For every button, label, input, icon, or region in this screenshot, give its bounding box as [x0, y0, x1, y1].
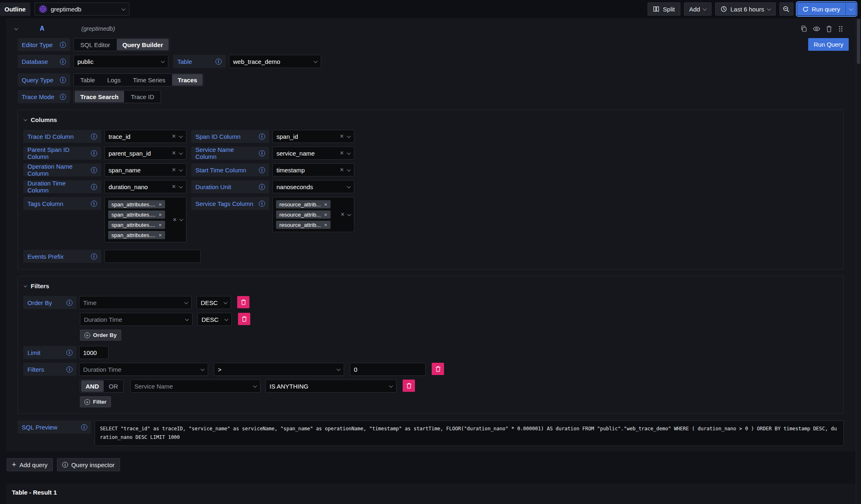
outline-tab[interactable]: Outline	[0, 2, 30, 16]
split-button[interactable]: Split	[648, 2, 680, 16]
filter-operator-select[interactable]: >	[214, 363, 344, 376]
info-icon[interactable]: i	[60, 94, 66, 100]
editor-type-sql-editor[interactable]: SQL Editor	[75, 39, 116, 50]
tag-chip[interactable]: span_attributes....×	[108, 231, 165, 239]
info-icon[interactable]: i	[60, 77, 66, 83]
zoom-out-time-button[interactable]	[779, 2, 793, 16]
remove-order-by-button-2[interactable]	[238, 313, 250, 325]
remove-chip-icon[interactable]: ×	[159, 233, 162, 238]
query-type-time-series[interactable]: Time Series	[127, 74, 171, 86]
order-by-field-select[interactable]: Time	[79, 296, 192, 309]
clear-all-icon[interactable]: ×	[173, 216, 177, 224]
query-inspector-button[interactable]: i Query inspector	[57, 458, 120, 471]
remove-chip-icon[interactable]: ×	[324, 212, 327, 217]
clear-icon[interactable]: ×	[172, 183, 176, 190]
info-icon[interactable]: i	[91, 201, 97, 207]
filter-operator-select-2[interactable]: IS ANYTHING	[265, 380, 397, 393]
remove-chip-icon[interactable]: ×	[324, 202, 327, 207]
info-icon[interactable]: i	[259, 133, 265, 140]
service-tags-column-multiselect[interactable]: resource_attrib...× resource_attrib...× …	[272, 197, 354, 232]
info-icon[interactable]: i	[259, 184, 265, 190]
drag-handle-icon[interactable]	[838, 25, 844, 32]
add-query-button[interactable]: + Add query	[7, 458, 53, 471]
remove-chip-icon[interactable]: ×	[159, 202, 162, 207]
clear-icon[interactable]: ×	[172, 167, 176, 173]
remove-order-by-button[interactable]	[237, 296, 249, 308]
add-order-by-button[interactable]: + Order By	[80, 330, 121, 341]
editor-run-query-button[interactable]: Run Query	[808, 38, 849, 51]
parent-span-id-column-select[interactable]: parent_span_id ×	[104, 147, 186, 160]
info-icon[interactable]: i	[66, 366, 73, 373]
service-name-column-select[interactable]: service_name ×	[272, 147, 354, 160]
limit-input[interactable]: 1000	[79, 346, 109, 359]
operation-name-column-select[interactable]: span_name ×	[104, 163, 186, 176]
service-tag-chip[interactable]: resource_attrib...×	[276, 200, 331, 208]
run-query-button[interactable]: Run query	[797, 2, 845, 16]
info-icon[interactable]: i	[91, 133, 97, 140]
run-query-dropdown[interactable]	[845, 2, 856, 16]
collapse-query-icon[interactable]	[14, 26, 18, 30]
page-scrollbar[interactable]	[856, 18, 861, 504]
info-icon[interactable]: i	[66, 350, 73, 356]
remove-filter-button[interactable]	[432, 363, 444, 375]
trace-mode-trace-search[interactable]: Trace Search	[75, 91, 124, 102]
add-filter-button[interactable]: + Filter	[80, 396, 111, 407]
table-select[interactable]: web_trace_demo	[229, 55, 321, 68]
datasource-picker[interactable]: greptimedb	[34, 2, 129, 16]
clear-icon[interactable]: ×	[172, 150, 176, 156]
duration-unit-select[interactable]: nanoseconds	[272, 180, 354, 193]
order-by-direction-select[interactable]: DESC	[197, 296, 231, 309]
info-icon[interactable]: i	[60, 59, 66, 65]
tag-chip[interactable]: span_attributes....×	[108, 221, 165, 229]
remove-chip-icon[interactable]: ×	[159, 222, 162, 228]
duplicate-query-icon[interactable]	[800, 25, 807, 32]
trace-id-column-select[interactable]: trace_id ×	[104, 130, 186, 143]
remove-chip-icon[interactable]: ×	[324, 222, 327, 228]
remove-chip-icon[interactable]: ×	[159, 212, 162, 217]
start-time-column-select[interactable]: timestamp ×	[272, 163, 354, 176]
filter-condition-and[interactable]: AND	[81, 380, 104, 392]
info-icon[interactable]: i	[81, 424, 87, 430]
clear-icon[interactable]: ×	[340, 150, 344, 156]
clear-icon[interactable]: ×	[340, 167, 344, 173]
add-button[interactable]: Add	[684, 2, 712, 16]
tag-chip[interactable]: span_attributes....×	[108, 200, 165, 208]
remove-filter-button-2[interactable]	[403, 380, 415, 392]
database-select[interactable]: public	[73, 55, 168, 68]
query-type-traces[interactable]: Traces	[172, 74, 203, 86]
info-icon[interactable]: i	[60, 42, 66, 48]
duration-time-column-select[interactable]: duration_nano ×	[104, 180, 186, 193]
info-icon[interactable]: i	[66, 300, 73, 306]
info-icon[interactable]: i	[215, 59, 222, 65]
filters-section-header[interactable]: Filters	[24, 283, 838, 289]
query-type-table[interactable]: Table	[75, 74, 101, 86]
filter-condition-or[interactable]: OR	[104, 380, 123, 392]
editor-type-query-builder[interactable]: Query Builder	[117, 39, 169, 50]
clear-all-icon[interactable]: ×	[341, 211, 344, 218]
tag-chip[interactable]: span_attributes....×	[108, 210, 165, 219]
events-prefix-input[interactable]	[104, 250, 201, 263]
trace-mode-trace-id[interactable]: Trace ID	[125, 91, 160, 102]
query-type-logs[interactable]: Logs	[102, 74, 127, 86]
filter-field-select[interactable]: Duration Time	[79, 363, 208, 376]
order-by-field-select-2[interactable]: Duration Time	[80, 313, 193, 326]
info-icon[interactable]: i	[91, 184, 97, 190]
order-by-direction-select-2[interactable]: DESC	[197, 313, 232, 326]
columns-section-header[interactable]: Columns	[24, 116, 838, 123]
delete-query-icon[interactable]	[826, 25, 832, 32]
filter-field-select-2[interactable]: Service Name	[130, 380, 261, 393]
scrollbar-thumb[interactable]	[857, 19, 860, 64]
info-icon[interactable]: i	[259, 201, 265, 207]
info-icon[interactable]: i	[259, 150, 265, 156]
clear-icon[interactable]: ×	[340, 133, 344, 140]
info-icon[interactable]: i	[91, 253, 97, 260]
tags-column-multiselect[interactable]: span_attributes....× span_attributes....…	[104, 197, 186, 242]
time-range-picker[interactable]: Last 6 hours	[715, 2, 776, 16]
info-icon[interactable]: i	[91, 150, 97, 156]
service-tag-chip[interactable]: resource_attrib...×	[276, 221, 331, 229]
span-id-column-select[interactable]: span_id ×	[272, 130, 354, 143]
filter-value-input[interactable]: 0	[350, 363, 426, 376]
info-icon[interactable]: i	[91, 167, 97, 173]
clear-icon[interactable]: ×	[172, 133, 176, 140]
toggle-visibility-icon[interactable]	[813, 25, 820, 32]
